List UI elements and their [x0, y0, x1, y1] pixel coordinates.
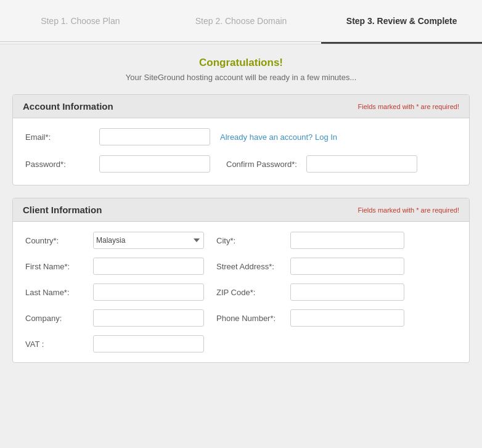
firstname-street-row: First Name*: Street Address*: — [25, 258, 457, 275]
lastname-zip-row: Last Name*: ZIP Code*: — [25, 283, 457, 301]
confirm-password-label: Confirm Password*: — [226, 160, 306, 169]
vat-label: VAT : — [25, 340, 93, 349]
phone-number-label: Phone Number*: — [216, 314, 290, 323]
company-input[interactable] — [93, 309, 204, 327]
zip-code-group: ZIP Code*: — [216, 283, 457, 301]
password-input[interactable] — [99, 155, 210, 173]
zip-code-label: ZIP Code*: — [216, 288, 290, 297]
zip-code-input[interactable] — [290, 283, 404, 301]
phone-number-group: Phone Number*: — [216, 309, 457, 327]
email-row: Email*: Already have an account? Log In — [25, 128, 457, 145]
step-3-label: Step 3. Review & Complete — [346, 16, 457, 26]
account-section-title: Account Information — [23, 101, 113, 112]
first-name-label: First Name*: — [25, 262, 93, 271]
client-section-header: Client Information Fields marked with * … — [13, 198, 469, 222]
country-select[interactable]: Malaysia United States United Kingdom Au… — [93, 232, 204, 249]
company-phone-row: Company: Phone Number*: — [25, 309, 457, 327]
client-section-body: Country*: Malaysia United States United … — [13, 222, 469, 362]
vat-input[interactable] — [93, 335, 204, 352]
account-section-header: Account Information Fields marked with *… — [13, 95, 469, 118]
client-required-note: Fields marked with * are required! — [358, 206, 459, 214]
congratulations-heading: Congratulations! — [12, 57, 470, 69]
last-name-label: Last Name*: — [25, 288, 93, 297]
phone-number-input[interactable] — [290, 309, 404, 327]
login-link[interactable]: Already have an account? Log In — [220, 132, 337, 142]
street-address-group: Street Address*: — [216, 258, 457, 275]
street-address-label: Street Address*: — [216, 262, 290, 271]
password-label: Password*: — [25, 160, 99, 169]
city-label: City*: — [216, 236, 290, 245]
email-label: Email*: — [25, 132, 99, 142]
first-name-input[interactable] — [93, 258, 204, 275]
account-required-note: Fields marked with * are required! — [358, 103, 459, 110]
step-1-label: Step 1. Choose Plan — [41, 16, 120, 26]
account-information-section: Account Information Fields marked with *… — [12, 94, 470, 185]
client-information-section: Client Information Fields marked with * … — [12, 198, 470, 363]
step-2-label: Step 2. Choose Domain — [195, 16, 287, 26]
step-3[interactable]: Step 3. Review & Complete — [321, 0, 482, 44]
city-group: City*: — [216, 232, 457, 249]
client-section-title: Client Information — [23, 205, 102, 215]
city-input[interactable] — [290, 232, 404, 249]
country-city-row: Country*: Malaysia United States United … — [25, 232, 457, 249]
step-1[interactable]: Step 1. Choose Plan — [0, 0, 161, 44]
password-row: Password*: Confirm Password*: — [25, 155, 457, 173]
congratulations-subtext: Your SiteGround hosting account will be … — [12, 73, 470, 82]
congratulations-section: Congratulations! Your SiteGround hosting… — [12, 57, 470, 82]
street-address-input[interactable] — [290, 258, 404, 275]
country-label: Country*: — [25, 236, 93, 245]
main-content: Congratulations! Your SiteGround hosting… — [0, 44, 482, 448]
vat-row: VAT : — [25, 335, 457, 352]
confirm-password-input[interactable] — [306, 155, 417, 173]
last-name-input[interactable] — [93, 283, 204, 301]
email-input[interactable] — [99, 128, 210, 145]
company-label: Company: — [25, 314, 93, 323]
steps-bar: Step 1. Choose Plan Step 2. Choose Domai… — [0, 0, 482, 44]
account-section-body: Email*: Already have an account? Log In … — [13, 118, 469, 185]
step-2[interactable]: Step 2. Choose Domain — [161, 0, 322, 44]
